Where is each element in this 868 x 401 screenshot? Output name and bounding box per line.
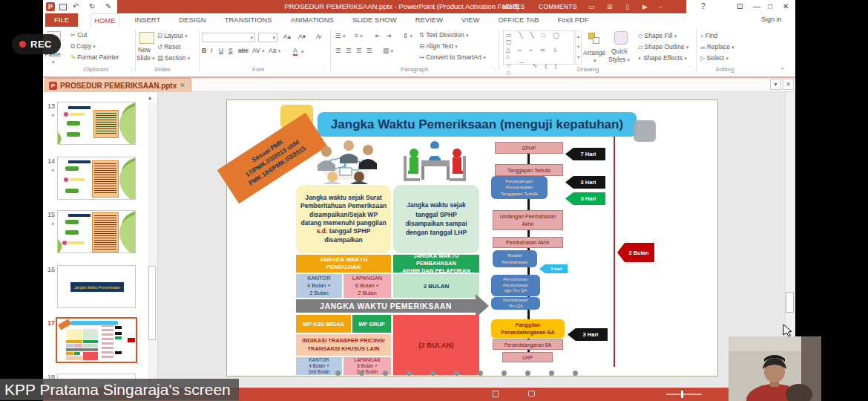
flow-penandatanganan-ba[interactable]: Penandatanganan BA: [493, 339, 563, 350]
flow-sphp[interactable]: SPHP: [495, 142, 563, 154]
shape-outline-button[interactable]: ▱Shape Outline ▾: [638, 43, 688, 50]
main-scrollbar-thumb[interactable]: [786, 292, 794, 313]
undo-icon[interactable]: ↶: [73, 2, 79, 10]
font-size-input[interactable]: ▾: [258, 33, 277, 42]
tab-design[interactable]: DESIGN: [176, 13, 208, 27]
zoom-in-button[interactable]: +: [705, 3, 708, 10]
copy-button[interactable]: ⧉Copy ▾: [70, 42, 96, 50]
clipart-desk-meeting[interactable]: [399, 138, 470, 184]
note-pembahasan[interactable]: Jangka waktu sejak tanggal SPHP disampai…: [393, 185, 479, 253]
tab-view[interactable]: VIEW: [458, 13, 482, 27]
clear-formatting-button[interactable]: A̷: [316, 33, 320, 40]
slide-thumbnail-14[interactable]: [57, 157, 136, 200]
zoom-slider-track[interactable]: [666, 394, 702, 395]
numbering-button[interactable]: ≡ ▾: [355, 32, 363, 39]
wp-k3s-migas-box[interactable]: WP K3S MIGAS: [296, 315, 351, 333]
dua-bulan-box[interactable]: 2 BULAN: [393, 274, 479, 298]
font-dialog-launcher-icon[interactable]: ⋱: [320, 65, 326, 71]
cut-button[interactable]: ✂Cut: [70, 31, 87, 39]
tab-foxit-pdf[interactable]: Foxit PDF: [554, 13, 591, 27]
notes-button[interactable]: NOTES: [502, 3, 525, 10]
flow-permohonan-tim-qa[interactable]: Permohonan Pembohasan dgn Tim QA: [491, 275, 540, 296]
reset-button[interactable]: ↺Reset: [157, 43, 180, 50]
clipboard-dialog-launcher-icon[interactable]: ⋱: [128, 65, 133, 71]
flow-pembahasan-tim-qa[interactable]: Pembahasan Tim QA: [491, 297, 540, 310]
paragraph-dialog-launcher-icon[interactable]: ⋱: [491, 65, 496, 71]
note-pengujian[interactable]: Jangka waktu sejak Surat Pemberitahuan P…: [296, 185, 391, 253]
strikethrough-button[interactable]: abc: [238, 47, 249, 54]
font-color-dropdown-icon[interactable]: ▾: [301, 49, 304, 55]
slide-title[interactable]: Jangka Waktu Pemeriksaan (menguji kepatu…: [318, 112, 637, 137]
tab-insert[interactable]: INSERT: [132, 13, 164, 27]
decrease-indent-button[interactable]: ⇤: [375, 32, 381, 39]
replace-button[interactable]: abReplace ▾: [700, 43, 734, 50]
tab-list-dropdown-icon[interactable]: ▾: [770, 79, 781, 90]
shrink-font-button[interactable]: A▾: [298, 33, 306, 40]
flow-panggilan-penandatanganan[interactable]: Panggilan Penandatanganan BA: [491, 319, 565, 339]
flow-lhp[interactable]: LHP: [502, 352, 553, 362]
bold-button[interactable]: B: [202, 47, 206, 54]
draw-icon[interactable]: ✎: [105, 2, 111, 10]
document-tab[interactable]: P PROSEDUR PEMERIKSAAN.pptx ✕: [45, 78, 191, 92]
increase-indent-button[interactable]: ⇥: [386, 32, 391, 39]
arrange-button[interactable]: Arrange: [583, 49, 605, 56]
quick-styles-button-line2[interactable]: Styles ▾: [608, 56, 630, 63]
slide-sorter-view-icon[interactable]: ⊞: [607, 3, 613, 10]
badge-3-hari-green[interactable]: 3 Hari: [565, 192, 605, 205]
dua-bulan-red-box[interactable]: (2 BULAN): [393, 315, 479, 375]
convert-smartart-button[interactable]: ↪Convert to SmartArt ▾: [419, 53, 486, 61]
find-button[interactable]: ⌕Find: [700, 32, 717, 40]
save-icon[interactable]: [59, 4, 67, 10]
grow-font-button[interactable]: A▴: [283, 33, 291, 40]
shape-gallery-scrollbar[interactable]: ▴▾▾: [575, 30, 582, 65]
tab-review[interactable]: REVIEW: [412, 13, 446, 27]
select-button[interactable]: ▷Select ▾: [700, 54, 729, 62]
minimize-icon[interactable]: —: [753, 2, 760, 10]
thumbnail-scrollbar-thumb[interactable]: [148, 266, 156, 340]
flow-tanggapan-tertulis[interactable]: Tanggapan Tertulis: [495, 164, 563, 176]
slide-thumbnail-17-selected[interactable]: [56, 317, 137, 363]
flow-pembahasan-akhir[interactable]: Pembahasan Akhir: [493, 237, 563, 248]
section-button[interactable]: ▤Section ▾: [157, 54, 190, 62]
alignment-buttons[interactable]: ☰ ☰ ☰ ☰: [335, 47, 374, 54]
tab-office-tab[interactable]: OFFICE TAB: [495, 13, 542, 27]
sign-in-link[interactable]: Sign in: [761, 16, 782, 23]
close-icon[interactable]: ✕: [783, 2, 789, 10]
zoom-out-button[interactable]: −: [659, 3, 662, 10]
tab-slide-show[interactable]: SLIDE SHOW: [349, 13, 400, 27]
badge-3-hari-black[interactable]: 3 Hari: [565, 176, 605, 189]
wp-grup-box[interactable]: WP GRUP: [352, 315, 391, 333]
badge-2-bulan[interactable]: 2 Bulan: [617, 243, 654, 262]
tab-bar-close-icon[interactable]: ✕: [783, 79, 794, 90]
shape-effects-button[interactable]: ◐Shape Effects ▾: [638, 54, 687, 62]
reading-view-icon[interactable]: ▯: [625, 3, 629, 10]
text-direction-button[interactable]: ⇅Text Direction ▾: [419, 31, 469, 39]
thumbnails-scroll-up-icon[interactable]: ▴: [148, 94, 151, 101]
change-case-button[interactable]: Aa ▾: [269, 47, 280, 54]
paste-dropdown-icon[interactable]: ▾: [52, 59, 55, 65]
columns-button[interactable]: ▥ ▾: [383, 47, 393, 54]
badge-7-hari[interactable]: 7 Hari: [565, 148, 605, 160]
header-jangka-waktu-pembahasan[interactable]: JANGKA WAKTU PEMBAHASAN AKHIR DAN PELAPO…: [393, 255, 479, 273]
quick-styles-button[interactable]: Quick: [611, 48, 628, 55]
italic-button[interactable]: I: [211, 47, 212, 54]
new-slide-button[interactable]: New: [138, 46, 151, 53]
character-spacing-button[interactable]: AV ▾: [252, 47, 265, 54]
drawing-dialog-launcher-icon[interactable]: ⋱: [690, 65, 695, 71]
slideshow-view-icon[interactable]: ▶: [642, 3, 648, 10]
badge-3-hari-cyan[interactable]: 3 hari: [539, 264, 568, 273]
tab-animations[interactable]: ANIMATIONS: [288, 13, 337, 27]
flow-perpanjangan[interactable]: Perpanjangan Penyampaian Tanggapan Tertu…: [491, 176, 548, 199]
title-deco-gray[interactable]: [634, 120, 656, 142]
redo-icon[interactable]: ↻: [89, 2, 95, 10]
underline-button[interactable]: U: [219, 47, 223, 54]
shape-fill-button[interactable]: ◇Shape Fill ▾: [638, 32, 677, 39]
layout-button[interactable]: ⊟Layout ▾: [157, 32, 188, 39]
slide-thumbnail-16[interactable]: Jangka Waktu Pemeriksaan: [57, 265, 136, 308]
restore-icon[interactable]: □: [768, 2, 772, 10]
indikasi-transfer-pricing-box[interactable]: INDIKASI TRANSFER PRICING/ TRANSAKSI KHU…: [296, 334, 391, 356]
clipart-team-meeting[interactable]: [310, 138, 381, 184]
arrange-dropdown-icon[interactable]: ▾: [594, 58, 596, 64]
new-slide-button-line2[interactable]: Slide ▾: [137, 54, 155, 62]
font-color-button[interactable]: A: [293, 47, 297, 56]
